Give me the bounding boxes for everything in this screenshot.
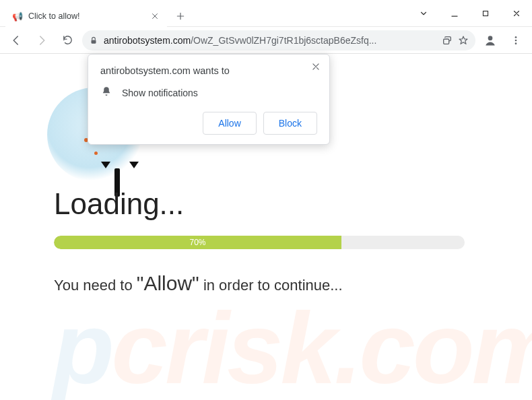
svg-point-4 — [515, 36, 517, 38]
block-button[interactable]: Block — [263, 112, 317, 135]
permission-item-label: Show notifications — [122, 88, 198, 98]
svg-rect-0 — [484, 11, 488, 15]
progress-label: 70% — [54, 236, 341, 249]
menu-icon[interactable] — [505, 30, 527, 51]
tab-strip: 📢 Click to allow! — [5, 5, 190, 28]
address-bar[interactable]: antirobotsystem.com/OwZ_GtSvw0lZH7gi7tR1… — [82, 30, 475, 51]
star-icon[interactable] — [458, 35, 469, 46]
close-icon[interactable] — [309, 60, 323, 73]
minimize-button[interactable] — [439, 0, 470, 27]
bell-icon — [100, 86, 112, 100]
svg-point-5 — [515, 39, 517, 41]
permission-title: antirobotsystem.com wants to — [100, 65, 317, 76]
loading-heading: Loading... — [54, 187, 492, 221]
browser-tab[interactable]: 📢 Click to allow! — [5, 5, 167, 28]
close-tab-icon[interactable] — [149, 11, 160, 22]
svg-point-6 — [515, 42, 517, 44]
close-window-button[interactable] — [501, 0, 532, 27]
forward-button[interactable] — [31, 30, 53, 51]
svg-rect-2 — [444, 39, 449, 44]
svg-rect-1 — [92, 40, 96, 43]
lock-icon — [89, 36, 98, 45]
tab-favicon: 📢 — [12, 11, 23, 22]
share-icon[interactable] — [442, 35, 453, 46]
back-button[interactable] — [5, 30, 27, 51]
notification-permission-popup: antirobotsystem.com wants to Show notifi… — [88, 54, 330, 145]
watermark: pcrisk.com — [53, 290, 532, 400]
url-text: antirobotsystem.com/OwZ_GtSvw0lZH7gi7tR1… — [104, 35, 436, 46]
browser-toolbar: antirobotsystem.com/OwZ_GtSvw0lZH7gi7tR1… — [0, 27, 532, 54]
reload-button[interactable] — [57, 30, 78, 51]
profile-icon[interactable] — [479, 30, 501, 51]
progress-bar: 70% — [54, 236, 465, 249]
svg-point-3 — [488, 36, 493, 40]
tab-title: Click to allow! — [28, 11, 144, 21]
window-titlebar: 📢 Click to allow! — [0, 0, 532, 27]
chevron-down-icon[interactable] — [408, 0, 439, 27]
new-tab-button[interactable] — [171, 7, 190, 26]
cta-text: You need to "Allow" in order to continue… — [54, 272, 492, 295]
maximize-button[interactable] — [470, 0, 501, 27]
allow-button[interactable]: Allow — [203, 112, 256, 135]
